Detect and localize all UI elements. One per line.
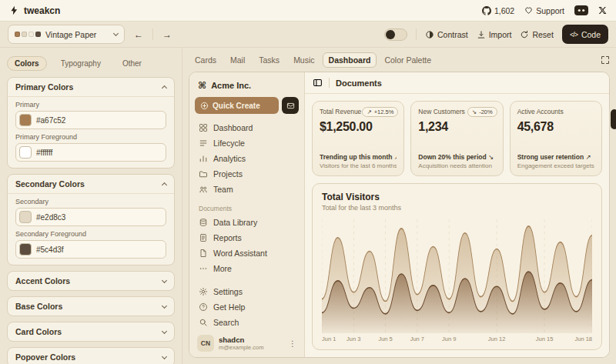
x-social-button[interactable] — [598, 6, 607, 15]
sidebar-item-data-library[interactable]: Data Library — [195, 215, 299, 230]
sidebar-item-settings[interactable]: Settings — [195, 284, 299, 299]
chevron-down-icon — [113, 31, 119, 36]
accordion-header[interactable]: Accent Colors — [8, 272, 174, 290]
tab-other[interactable]: Other — [115, 56, 149, 71]
preview-tabs: Cards Mail Tasks Music Dashboard Color P… — [189, 52, 610, 68]
trend-down-icon: ↘ — [472, 109, 477, 115]
sidebar-item-more[interactable]: More — [195, 261, 299, 276]
sidebar-item-dashboard[interactable]: Dashboard — [195, 120, 299, 135]
area-chart[interactable] — [322, 219, 592, 333]
brand-name: tweakcn — [24, 5, 60, 16]
stat-footer: Trending up this month ↗ Visitors for th… — [320, 153, 397, 169]
stat-footer: Down 20% this period ↘ Acquisition needs… — [418, 153, 495, 169]
github-stars-button[interactable]: 1,602 — [482, 6, 514, 15]
inbox-button[interactable] — [282, 97, 299, 114]
toolbar-actions: Contrast Import Reset </> Code — [384, 25, 608, 44]
page-scrollbar-thumb[interactable] — [611, 109, 616, 129]
accordion-header[interactable]: Base Colors — [8, 297, 174, 316]
tab-colors[interactable]: Colors — [7, 56, 47, 71]
sidebar-item-label: Word Assistant — [213, 249, 267, 258]
trend-badge: ↘ -20% — [467, 107, 497, 117]
tab-tasks[interactable]: Tasks — [253, 52, 286, 68]
contrast-button[interactable]: Contrast — [425, 30, 468, 39]
contrast-label: Contrast — [437, 30, 468, 39]
user-name: shadcn — [219, 336, 263, 344]
sidebar-item-search[interactable]: Search — [195, 315, 299, 330]
sidebar-item-label: Data Library — [213, 218, 257, 227]
support-button[interactable]: Support — [524, 6, 564, 15]
accordion-header[interactable]: Popover Colors — [8, 348, 174, 364]
sidebar-item-word-assistant[interactable]: Word Assistant — [195, 245, 299, 261]
tab-mail[interactable]: Mail — [224, 52, 251, 68]
x-tick: Jun 5 — [378, 336, 392, 342]
redo-button[interactable]: → — [159, 26, 176, 43]
sidebar-item-team[interactable]: Team — [195, 182, 299, 197]
sidebar-toggle-button[interactable] — [313, 78, 323, 88]
quick-create-row: Quick Create — [195, 97, 299, 114]
avatar: CN — [197, 335, 214, 352]
demo-sidebar: ⌘ Acme Inc. Quick Create — [189, 72, 305, 357]
color-swatch[interactable] — [19, 146, 32, 159]
x-axis-labels: Jun 1 Jun 3 Jun 5 Jun 7 Jun 9 Jun 12 Jun… — [322, 336, 592, 344]
tab-music[interactable]: Music — [287, 52, 320, 68]
demo-main: Documents Total Revenue ↗ +12.5% $1,250.… — [305, 72, 609, 357]
demo-body: Total Revenue ↗ +12.5% $1,250.00 Trendin… — [305, 94, 609, 357]
color-swatch[interactable] — [19, 114, 32, 126]
color-input-secondary[interactable]: #e2d8c3 — [15, 208, 166, 226]
sidebar-item-analytics[interactable]: Analytics — [195, 151, 299, 166]
user-menu-button[interactable]: ⋮ — [289, 339, 296, 348]
accordion-header[interactable]: Card Colors — [8, 322, 174, 341]
accordion-header[interactable]: Secondary Colors — [8, 175, 174, 193]
demo-header: Documents — [305, 72, 609, 94]
accordion-accent-colors: Accent Colors — [7, 271, 175, 291]
color-swatch[interactable] — [19, 243, 32, 255]
org-switcher[interactable]: ⌘ Acme Inc. — [195, 78, 299, 97]
theme-select[interactable]: Vintage Paper — [8, 25, 125, 44]
accordion-popover-colors: Popover Colors — [7, 347, 175, 364]
help-icon — [199, 302, 208, 312]
discord-button[interactable] — [574, 5, 588, 15]
code-label: Code — [581, 30, 601, 39]
sidebar-item-get-help[interactable]: Get Help — [195, 299, 299, 315]
fullscreen-button[interactable] — [601, 55, 610, 65]
sidebar-item-lifecycle[interactable]: Lifecycle — [195, 135, 299, 151]
accordion-header[interactable]: Primary Colors — [8, 78, 174, 96]
color-input-primary[interactable]: #a67c52 — [15, 111, 166, 129]
stat-title: Active Accounts — [517, 108, 594, 115]
users-icon — [199, 185, 208, 194]
color-swatch[interactable] — [19, 211, 32, 223]
trend-up-icon: ↗ — [394, 153, 397, 161]
code-button[interactable]: </> Code — [562, 25, 608, 44]
tab-color-palette[interactable]: Color Palette — [378, 52, 437, 68]
divider — [152, 28, 153, 40]
theme-swatch — [35, 32, 41, 37]
stat-value: $1,250.00 — [320, 120, 397, 134]
sidebar-item-reports[interactable]: Reports — [195, 230, 299, 245]
field-label: Secondary — [15, 198, 166, 205]
chevron-down-icon — [162, 302, 167, 308]
tab-typography[interactable]: Typography — [53, 56, 109, 71]
user-menu[interactable]: CN shadcn m@example.com ⋮ — [195, 330, 299, 352]
tab-cards[interactable]: Cards — [189, 52, 223, 68]
sidebar-item-label: Get Help — [213, 302, 245, 312]
dark-mode-toggle[interactable] — [384, 28, 407, 41]
stat-card-active-accounts: Active Accounts 45,678 Strong user reten… — [510, 101, 602, 176]
main-content: Colors Typography Other Primary Colors P… — [0, 48, 616, 364]
stat-foot-sub: Acquisition needs attention — [418, 162, 495, 169]
tab-dashboard[interactable]: Dashboard — [323, 52, 377, 68]
import-button[interactable]: Import — [477, 30, 512, 39]
brand-group[interactable]: tweakcn — [9, 5, 60, 16]
theme-toolbar: Vintage Paper ← → Contrast Import — [0, 22, 616, 48]
field-label: Primary Foreground — [15, 133, 166, 141]
chevron-down-icon — [162, 353, 167, 359]
trend-down-icon: ↘ — [488, 153, 494, 161]
color-input-primary-foreground[interactable]: #ffffff — [15, 143, 166, 162]
reset-button[interactable]: Reset — [520, 30, 553, 39]
stat-foot-line: Strong user retention — [517, 153, 584, 161]
sidebar-item-projects[interactable]: Projects — [195, 166, 299, 182]
undo-button[interactable]: ← — [130, 26, 147, 43]
quick-create-button[interactable]: Quick Create — [195, 97, 279, 114]
list-icon — [199, 139, 208, 148]
color-input-secondary-foreground[interactable]: #5c4d3f — [15, 240, 166, 259]
divider — [416, 28, 417, 40]
